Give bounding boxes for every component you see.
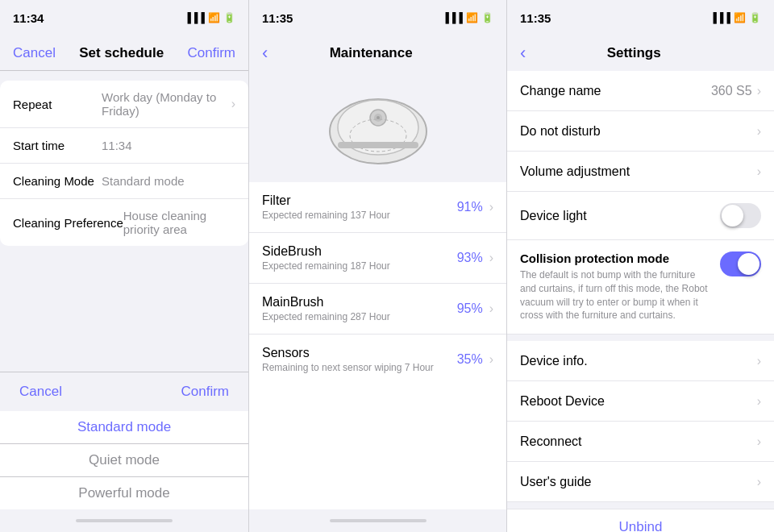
cleaning-preference-value: House cleaning priority area	[123, 209, 235, 236]
unbind-button[interactable]: Unbind	[619, 519, 663, 532]
do-not-disturb-item[interactable]: Do not disturb ›	[507, 111, 774, 152]
repeat-label: Repeat	[13, 98, 102, 111]
device-light-toggle[interactable]	[720, 203, 761, 228]
powerful-mode-option[interactable]: Powerful mode	[0, 477, 248, 509]
collision-protection-item[interactable]: Collision protection mode The default is…	[507, 240, 774, 335]
repeat-row[interactable]: Repeat Work day (Monday to Friday) ›	[0, 81, 248, 128]
start-time-value: 11:34	[102, 139, 235, 152]
change-name-item[interactable]: Change name 360 S5 ›	[507, 71, 774, 111]
confirm-button[interactable]: Confirm	[181, 384, 229, 400]
status-icons-1: ▐▐▐ 📶 🔋	[184, 12, 235, 23]
time-3: 11:35	[520, 11, 551, 25]
sensors-chevron-icon: ›	[489, 352, 493, 367]
do-not-disturb-label: Do not disturb	[520, 124, 757, 139]
maintenance-nav-title: Maintenance	[330, 45, 413, 61]
sidebrush-row[interactable]: SideBrush Expected remaining 187 Hour 93…	[249, 233, 506, 284]
cleaning-preference-row[interactable]: Cleaning Preference House cleaning prior…	[0, 199, 248, 246]
collision-desc: The default is not bump with the furnitu…	[520, 268, 714, 322]
sidebrush-name: SideBrush	[262, 244, 454, 259]
repeat-value: Work day (Monday to Friday)	[102, 90, 228, 118]
time-1: 11:34	[13, 11, 44, 25]
users-guide-item[interactable]: User's guide ›	[507, 462, 774, 502]
start-time-row[interactable]: Start time 11:34	[0, 128, 248, 164]
sidebrush-chevron-icon: ›	[489, 251, 493, 265]
time-2: 11:35	[262, 11, 293, 25]
sensors-info: Sensors Remaining to next sensor wiping …	[262, 346, 454, 373]
maintenance-nav-bar: ‹ Maintenance	[249, 35, 506, 71]
wifi-icon-2: 📶	[466, 12, 478, 23]
maintenance-list: Filter Expected remaining 137 Hour 91% ›…	[249, 182, 506, 509]
users-guide-label: User's guide	[520, 475, 757, 489]
cleaning-mode-row[interactable]: Cleaning Mode Standard mode	[0, 164, 248, 199]
settings-nav-bar: ‹ Settings	[507, 35, 774, 71]
filter-percent: 91%	[454, 200, 483, 214]
mainbrush-sub: Expected remaining 287 Hour	[262, 311, 454, 322]
do-not-disturb-chevron-icon: ›	[757, 124, 761, 139]
status-bar-2: 11:35 ▐▐▐ 📶 🔋	[249, 0, 506, 35]
robot-vacuum-image	[322, 87, 435, 168]
filter-row[interactable]: Filter Expected remaining 137 Hour 91% ›	[249, 182, 506, 233]
reconnect-label: Reconnect	[520, 434, 757, 449]
wifi-icon: 📶	[208, 12, 220, 23]
sidebrush-sub: Expected remaining 187 Hour	[262, 260, 454, 272]
settings-nav-title: Settings	[607, 45, 661, 61]
collision-title: Collision protection mode	[520, 251, 714, 265]
device-info-item[interactable]: Device info. ›	[507, 341, 774, 381]
cleaning-mode-label: Cleaning Mode	[13, 174, 102, 188]
change-name-value: 360 S5	[711, 84, 752, 98]
device-info-chevron-icon: ›	[757, 354, 761, 368]
cleaning-preference-label: Cleaning Preference	[13, 216, 123, 230]
confirm-nav-button[interactable]: Confirm	[187, 45, 235, 61]
panel2-bottom-indicator	[330, 519, 427, 522]
users-guide-chevron-icon: ›	[757, 475, 761, 489]
status-bar-3: 11:35 ▐▐▐ 📶 🔋	[507, 0, 774, 35]
cancel-button[interactable]: Cancel	[19, 384, 62, 400]
schedule-bottom-buttons: Cancel Confirm	[0, 372, 248, 411]
device-light-label: Device light	[520, 209, 720, 223]
signal-icon: ▐▐▐	[184, 12, 205, 23]
status-icons-3: ▐▐▐ 📶 🔋	[710, 12, 761, 23]
filter-chevron-icon: ›	[489, 200, 493, 214]
back-button-2[interactable]: ‹	[262, 43, 268, 64]
sidebrush-info: SideBrush Expected remaining 187 Hour	[262, 244, 454, 272]
reconnect-chevron-icon: ›	[757, 434, 761, 449]
battery-icon-3: 🔋	[749, 12, 761, 23]
mainbrush-name: MainBrush	[262, 295, 454, 310]
sensors-row[interactable]: Sensors Remaining to next sensor wiping …	[249, 335, 506, 384]
reboot-device-item[interactable]: Reboot Device ›	[507, 381, 774, 422]
filter-name: Filter	[262, 193, 454, 208]
svg-point-4	[377, 116, 380, 119]
mode-picker: Standard mode Quiet mode Powerful mode	[0, 411, 248, 509]
collision-text: Collision protection mode The default is…	[520, 251, 714, 322]
change-name-chevron-icon: ›	[757, 84, 761, 98]
volume-chevron-icon: ›	[757, 164, 761, 179]
svg-rect-6	[338, 142, 418, 148]
settings-panel: 11:35 ▐▐▐ 📶 🔋 ‹ Settings Change name 360…	[507, 0, 774, 532]
battery-icon: 🔋	[223, 12, 235, 23]
quiet-mode-option[interactable]: Quiet mode	[0, 444, 248, 476]
robot-image-container	[249, 71, 506, 176]
status-icons-2: ▐▐▐ 📶 🔋	[442, 12, 493, 23]
standard-mode-option[interactable]: Standard mode	[0, 411, 248, 443]
cleaning-mode-value: Standard mode	[102, 174, 235, 188]
mainbrush-chevron-icon: ›	[489, 301, 493, 316]
mainbrush-percent: 95%	[454, 301, 483, 316]
volume-adjustment-item[interactable]: Volume adjustment ›	[507, 152, 774, 192]
reconnect-item[interactable]: Reconnect ›	[507, 422, 774, 462]
back-button-3[interactable]: ‹	[520, 43, 526, 64]
status-bar-1: 11:34 ▐▐▐ 📶 🔋	[0, 0, 248, 35]
wifi-icon-3: 📶	[734, 12, 746, 23]
mainbrush-row[interactable]: MainBrush Expected remaining 287 Hour 95…	[249, 284, 506, 335]
unbind-section: Unbind	[507, 509, 774, 532]
mainbrush-info: MainBrush Expected remaining 287 Hour	[262, 295, 454, 322]
battery-icon-2: 🔋	[481, 12, 493, 23]
cancel-nav-button[interactable]: Cancel	[13, 45, 56, 61]
schedule-settings-group: Repeat Work day (Monday to Friday) › Sta…	[0, 81, 248, 246]
reboot-device-label: Reboot Device	[520, 394, 757, 409]
change-name-label: Change name	[520, 84, 711, 98]
schedule-panel: 11:34 ▐▐▐ 📶 🔋 Cancel Set schedule Confir…	[0, 0, 248, 532]
schedule-nav-bar: Cancel Set schedule Confirm	[0, 35, 248, 71]
device-light-item[interactable]: Device light	[507, 192, 774, 240]
schedule-bottom: Cancel Confirm Standard mode Quiet mode …	[0, 372, 248, 532]
collision-toggle[interactable]	[720, 251, 761, 276]
